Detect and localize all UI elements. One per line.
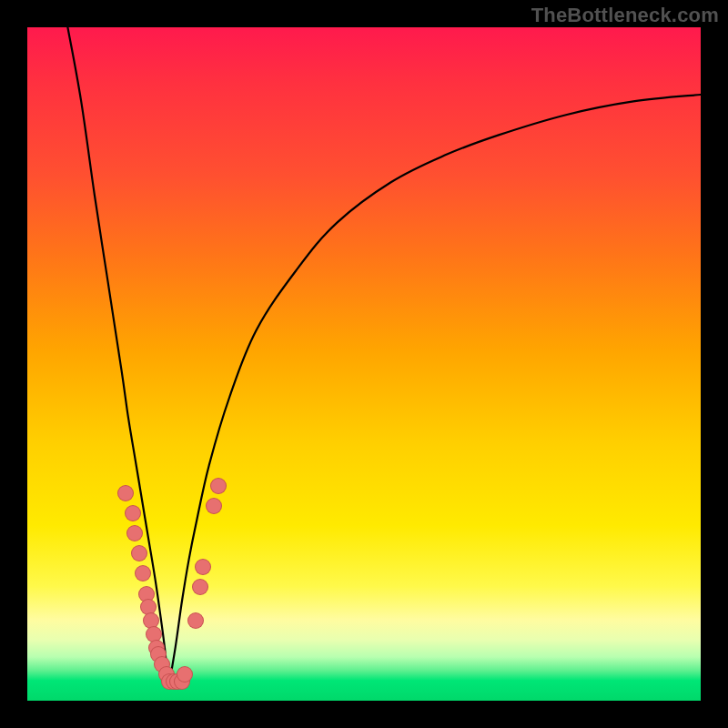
plot-area (27, 27, 701, 701)
curve-right-branch (168, 95, 701, 687)
data-marker (125, 505, 141, 521)
chart-frame: TheBottleneck.com (0, 0, 728, 728)
curve-svg (27, 27, 701, 701)
data-marker (187, 612, 204, 629)
curve-left-branch (67, 27, 168, 687)
data-marker (126, 525, 143, 541)
data-marker (117, 485, 134, 501)
watermark-text: TheBottleneck.com (531, 4, 719, 27)
data-marker (210, 478, 227, 494)
